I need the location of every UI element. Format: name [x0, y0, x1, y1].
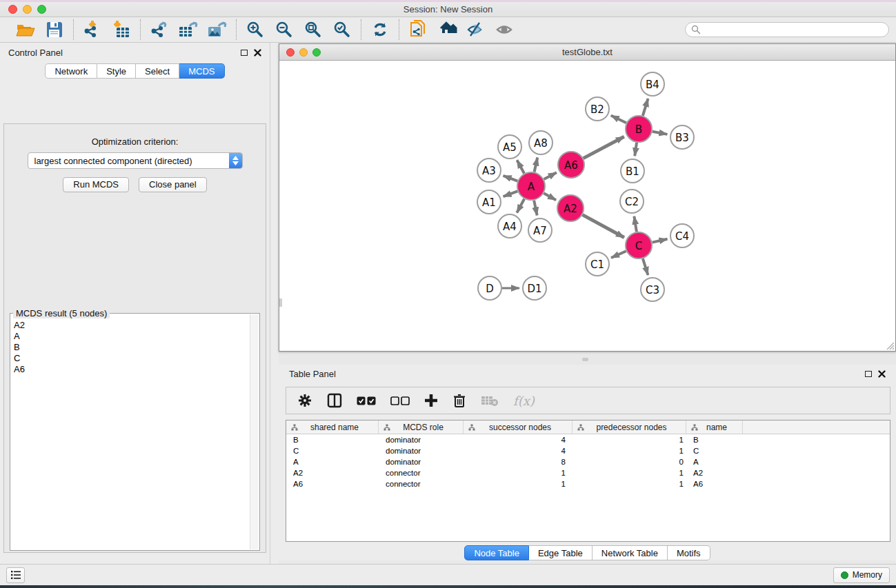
mcds-result-item[interactable]: B	[11, 342, 250, 353]
edge-A6-B[interactable]	[584, 136, 624, 158]
column-header-successor-nodes[interactable]: successor nodes	[464, 420, 573, 434]
node-A4[interactable]: A4	[498, 214, 521, 238]
edge-A-A4[interactable]	[517, 199, 524, 213]
edge-A-A3[interactable]	[504, 176, 518, 181]
export-image-icon[interactable]	[207, 19, 228, 40]
list-scrollbar[interactable]	[250, 314, 259, 549]
node-B[interactable]: B	[626, 116, 652, 142]
zoom-window-button[interactable]	[37, 5, 46, 14]
refresh-icon[interactable]	[370, 19, 390, 40]
node-D1[interactable]: D1	[523, 276, 546, 300]
resize-grip-icon[interactable]	[886, 341, 895, 350]
import-table-icon[interactable]	[111, 19, 132, 40]
edge-A-A1[interactable]	[504, 191, 518, 196]
node-B1[interactable]: B1	[621, 159, 644, 183]
edge-C-C3[interactable]	[643, 258, 648, 275]
node-A6[interactable]: A6	[558, 152, 584, 178]
table-settings-gear-icon[interactable]	[297, 393, 312, 408]
node-C4[interactable]: C4	[670, 224, 694, 247]
table-row[interactable]: A6connector11A6	[286, 478, 890, 489]
close-panel-button[interactable]: Close panel	[139, 177, 207, 192]
edge-B-B2[interactable]	[611, 116, 626, 123]
run-mcds-button[interactable]: Run MCDS	[63, 177, 129, 192]
node-A8[interactable]: A8	[529, 131, 552, 154]
network-zoom-button[interactable]	[312, 48, 321, 57]
node-C[interactable]: C	[626, 232, 652, 258]
network-close-button[interactable]	[286, 48, 295, 57]
zoom-selected-icon[interactable]	[332, 19, 352, 40]
node-A3[interactable]: A3	[477, 159, 501, 182]
node-B4[interactable]: B4	[641, 72, 664, 96]
close-panel-icon[interactable]	[254, 49, 261, 57]
edge-C-C4[interactable]	[653, 239, 668, 243]
network-canvas[interactable]: B4B2BB3A8A5A6A3B1AA1C2A2A4A7C4CC1C3DD1	[279, 61, 895, 351]
tab-node-table[interactable]: Node Table	[464, 545, 529, 560]
mcds-result-item[interactable]: A6	[11, 364, 250, 375]
edge-A-A8[interactable]	[535, 157, 538, 172]
node-D[interactable]: D	[478, 276, 501, 300]
tab-network[interactable]: Network	[45, 63, 97, 79]
table-row[interactable]: Bdominator41B	[286, 434, 890, 445]
network-minimize-button[interactable]	[299, 48, 308, 57]
optimization-criterion-dropdown[interactable]: largest connected component (directed)	[28, 152, 243, 169]
tab-network-table[interactable]: Network Table	[593, 545, 668, 560]
search-input[interactable]	[704, 25, 883, 34]
network-graph[interactable]: B4B2BB3A8A5A6A3B1AA1C2A2A4A7C4CC1C3DD1	[279, 61, 895, 351]
node-C1[interactable]: C1	[586, 252, 609, 276]
node-A7[interactable]: A7	[528, 219, 552, 242]
delete-column-icon[interactable]	[452, 393, 466, 408]
task-history-button[interactable]	[6, 567, 25, 583]
table-row[interactable]: Adominator80A	[286, 456, 890, 467]
edge-A2-C[interactable]	[583, 215, 624, 238]
mcds-result-item[interactable]: A	[11, 331, 250, 342]
edge-B-B4[interactable]	[643, 99, 648, 116]
tab-edge-table[interactable]: Edge Table	[529, 545, 593, 560]
tab-style[interactable]: Style	[97, 63, 136, 79]
search-field[interactable]	[685, 22, 889, 37]
node-A5[interactable]: A5	[498, 135, 521, 159]
hide-edges-icon[interactable]	[466, 19, 486, 40]
export-table-icon[interactable]	[178, 19, 199, 40]
zoom-out-icon[interactable]	[274, 19, 295, 40]
tab-select[interactable]: Select	[136, 63, 179, 79]
import-network-icon[interactable]	[82, 19, 103, 40]
home-icon[interactable]	[437, 19, 457, 40]
node-C3[interactable]: C3	[641, 278, 664, 301]
node-A1[interactable]: A1	[477, 190, 501, 214]
clone-network-icon[interactable]	[408, 19, 428, 40]
column-header-shared-name[interactable]: shared name	[286, 420, 379, 434]
node-table[interactable]: shared nameMCDS rolesuccessor nodesprede…	[286, 420, 890, 542]
edge-A-A5[interactable]	[517, 160, 524, 173]
create-column-icon[interactable]	[424, 394, 438, 407]
network-window-titlebar[interactable]: testGlobe.txt	[279, 44, 895, 61]
table-row[interactable]: Cdominator41C	[286, 445, 890, 456]
edge-C-C2[interactable]	[634, 216, 637, 232]
edge-A-A6[interactable]	[544, 172, 557, 179]
show-graphics-details-icon[interactable]	[495, 19, 515, 40]
mcds-result-item[interactable]: C	[11, 353, 250, 364]
column-header-MCDS-role[interactable]: MCDS role	[379, 420, 464, 434]
float-panel-icon[interactable]	[241, 50, 248, 56]
tab-motifs[interactable]: Motifs	[668, 545, 710, 560]
memory-button[interactable]: Memory	[833, 567, 890, 583]
edge-B-B3[interactable]	[653, 132, 668, 134]
edge-B-B1[interactable]	[635, 143, 637, 156]
edge-C-C1[interactable]	[611, 251, 626, 258]
node-B2[interactable]: B2	[586, 97, 609, 121]
export-network-icon[interactable]	[149, 19, 170, 40]
mcds-result-item[interactable]: A2	[11, 320, 250, 331]
tab-mcds[interactable]: MCDS	[179, 63, 224, 79]
open-file-icon[interactable]	[15, 19, 36, 40]
save-session-icon[interactable]	[44, 19, 65, 40]
column-header-name[interactable]: name	[686, 420, 743, 434]
column-header-predecessor-nodes[interactable]: predecessor nodes	[573, 420, 686, 434]
node-B3[interactable]: B3	[670, 125, 694, 149]
zoom-in-icon[interactable]	[245, 19, 266, 40]
minimize-window-button[interactable]	[23, 5, 32, 14]
unselect-all-columns-icon[interactable]	[390, 396, 410, 405]
close-table-panel-icon[interactable]	[878, 370, 886, 378]
show-column-panel-icon[interactable]	[327, 393, 342, 408]
node-A[interactable]: A	[517, 172, 545, 200]
close-window-button[interactable]	[8, 5, 17, 14]
zoom-fit-icon[interactable]	[303, 19, 323, 40]
